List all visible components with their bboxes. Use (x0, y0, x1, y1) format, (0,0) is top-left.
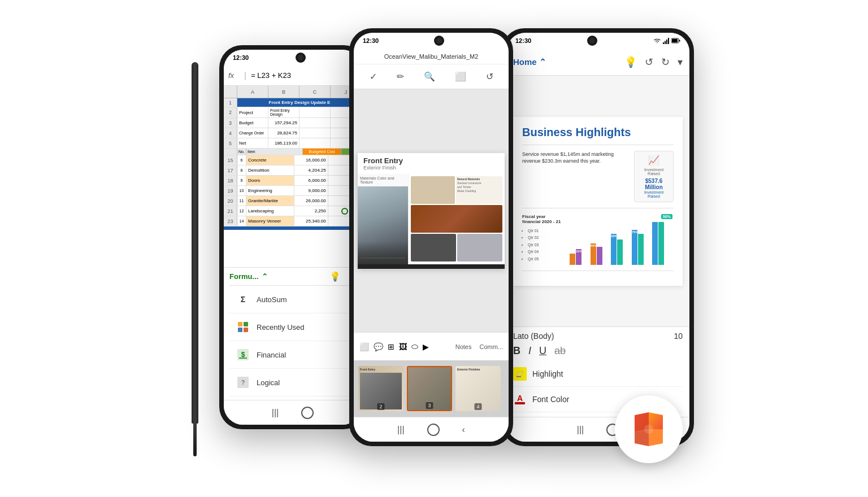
underline-button[interactable]: U (539, 345, 546, 357)
bar-orange-q2: 40% (591, 243, 596, 265)
svg-rect-16 (517, 376, 521, 377)
excel-func-title[interactable]: Formu... ⌃ (229, 272, 268, 281)
font-color-label: Font Color (532, 395, 569, 404)
recently-used-icon (235, 319, 251, 335)
word-format-row1: Lato (Body) 10 (513, 332, 683, 341)
word-nav-menu[interactable]: ||| (577, 425, 584, 435)
svg-text:?: ? (241, 379, 245, 386)
ppt-undo-icon[interactable]: ↺ (486, 71, 493, 82)
highlight-option[interactable]: Highlight (513, 361, 683, 387)
ppt-table-icon[interactable]: ⊞ (388, 342, 394, 351)
ppt-nav-bar: ||| ‹ (354, 417, 509, 442)
nav-menu-icon[interactable]: ||| (272, 408, 279, 418)
swatch-wood (411, 205, 502, 233)
excel-row-3: 3 Budget 157,294.25 (224, 118, 362, 128)
nav-home-icon[interactable] (301, 407, 314, 419)
ppt-more-icon[interactable]: ▶ (423, 342, 429, 351)
excel-lightbulb-icon[interactable]: 💡 (329, 271, 341, 282)
excel-sheet[interactable]: A B C J 1 Front Entry Design Update E 2 … (224, 86, 362, 267)
excel-fx-label: fx (228, 71, 240, 80)
slide-thumbnail-2[interactable]: Front Entry 2 (358, 366, 403, 411)
ppt-status-bar: 12:30 (354, 33, 509, 49)
thumb-num-4: 4 (474, 403, 481, 410)
bar-group-q5 (652, 222, 671, 265)
ppt-notes-label[interactable]: Notes (455, 343, 472, 350)
bar-group-q4: 75% (632, 230, 651, 265)
ppt-bottom-bar: ⬜ 💬 ⊞ 🖼 ⬭ ▶ Notes Comm... (354, 332, 509, 360)
bar-orange-q1 (570, 254, 575, 265)
stylus-body (192, 62, 198, 424)
word-home-chevron: ⌃ (539, 57, 546, 67)
word-home-label: Home (513, 57, 537, 67)
excel-formula-bar[interactable]: fx | = L23 + K23 (224, 66, 362, 86)
ppt-time: 12:30 (363, 37, 379, 44)
ppt-slides-icon[interactable]: ⬜ (359, 342, 369, 351)
word-tab-home[interactable]: Home ⌃ (513, 57, 546, 67)
ppt-nav-home[interactable] (427, 424, 440, 436)
word-more-icon[interactable]: ▾ (678, 56, 683, 68)
ppt-comments-label[interactable]: Comm... (479, 343, 503, 350)
italic-button[interactable]: I (528, 345, 531, 357)
ppt-search-icon[interactable]: 🔍 (424, 71, 435, 82)
autosum-item[interactable]: Σ AutoSum (229, 286, 356, 313)
slide-thumbnail-4[interactable]: Exterior Finishes 4 (455, 366, 501, 411)
bar-teal-q4 (638, 234, 644, 265)
ppt-slide-footer (358, 264, 505, 269)
excel-cost-header: No. Item Budgeted Cost E (224, 149, 362, 155)
word-font-size[interactable]: 10 (674, 332, 683, 341)
excel-row-5: 5 Net 186,119.00 (224, 138, 362, 149)
word-undo-icon[interactable]: ↺ (645, 56, 653, 68)
signal-icon (663, 38, 670, 44)
excel-app: 12:30 fx | = L23 + K23 (224, 50, 362, 425)
highlight-label: Highlight (532, 369, 563, 378)
word-chart-block: Fiscal year financial 2020 - 21 Qtr 01 Q… (522, 214, 674, 265)
kpi-sublabel: Investment Raised (638, 190, 670, 198)
ppt-nav-back[interactable]: ‹ (462, 425, 465, 435)
ppt-shape-icon[interactable]: ⬭ (411, 342, 418, 351)
ppt-comment-icon[interactable]: 💬 (374, 342, 383, 351)
ppt-image-icon[interactable]: 🖼 (399, 342, 407, 351)
stylus (190, 62, 200, 457)
svg-rect-15 (672, 39, 678, 42)
word-font-name[interactable]: Lato (Body) (513, 332, 554, 341)
ppt-materials-label: Materials Color and Texture (358, 174, 408, 186)
word-doc-content[interactable]: Business Highlights Service revenue $1,1… (506, 76, 689, 326)
office-logo (629, 409, 669, 449)
col-b: B (268, 86, 300, 98)
ppt-nav-menu[interactable]: ||| (397, 425, 404, 435)
excel-title-row: 1 Front Entry Design Update E (224, 98, 362, 107)
word-lightbulb-icon[interactable]: 💡 (624, 56, 637, 68)
excel-col-headers: A B C J (224, 86, 362, 98)
excel-title-cell: Front Entry Design Update E (237, 98, 362, 107)
excel-func-chevron: ⌃ (262, 272, 268, 281)
office-logo-circle (615, 395, 683, 463)
word-redo-icon[interactable]: ↻ (661, 56, 670, 68)
word-time: 12:30 (515, 37, 531, 44)
slide-thumbnail-3[interactable]: 3 (407, 366, 452, 411)
word-divider-1 (522, 145, 674, 145)
bar-group-q2: 40% (591, 243, 610, 265)
word-doc-title: Business Highlights (522, 126, 674, 139)
kpi-amount: $537.6 Million (638, 178, 670, 190)
autosum-icon: Σ (235, 291, 251, 307)
recently-used-item[interactable]: Recently Used (229, 313, 356, 341)
word-divider-2 (522, 208, 674, 208)
financial-item[interactable]: $ Financial (229, 341, 356, 369)
logical-item[interactable]: ? Logical (229, 369, 356, 396)
ppt-pen-icon[interactable]: ✏ (397, 71, 404, 82)
ppt-check-icon[interactable]: ✓ (370, 71, 377, 82)
battery-icon (671, 38, 680, 43)
svg-rect-12 (668, 38, 669, 44)
bold-button[interactable]: B (513, 345, 520, 357)
bar-blue-q4: 75% (632, 230, 637, 265)
ppt-slide-main[interactable]: Front Entry Exterior Finish Materials Co… (354, 89, 509, 332)
ppt-present-icon[interactable]: ⬜ (455, 71, 466, 82)
phone-powerpoint: 12:30 OceanView_Malibu_Materials_M2 ✓ ✏ … (349, 28, 513, 446)
excel-func-bar: Formu... ⌃ 💡 ↺ Σ AutoSum (224, 267, 362, 400)
excel-footer-bar (224, 226, 362, 230)
logical-label: Logical (257, 378, 280, 387)
word-toolbar: Home ⌃ 💡 ↺ ↻ ▾ (506, 49, 689, 76)
excel-screen: 12:30 fx | = L23 + K23 (224, 50, 362, 425)
strikethrough-button[interactable]: ab (554, 345, 566, 357)
ppt-building-photo (358, 186, 408, 264)
